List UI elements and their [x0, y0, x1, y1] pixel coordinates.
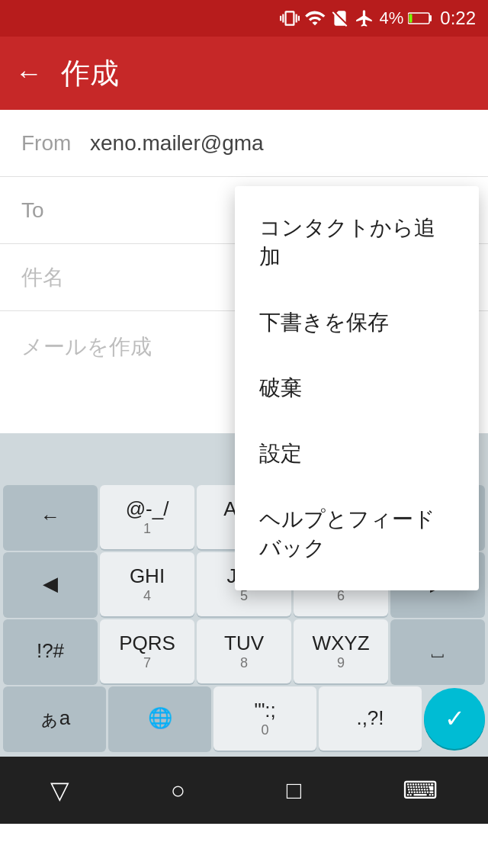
key-4[interactable]: GHI4 — [100, 552, 194, 616]
svg-rect-1 — [429, 15, 432, 21]
app-title: 作成 — [61, 54, 119, 93]
status-bar: 4% 0:22 — [0, 0, 488, 37]
keyboard-row-3: ぁa🌐'":;0.,?!✓ — [3, 686, 485, 751]
wifi-icon — [304, 8, 326, 29]
mode-key[interactable]: ぁa — [3, 686, 106, 751]
back-button[interactable]: ← — [15, 57, 43, 89]
from-row: From xeno.mailer@gma — [0, 110, 488, 177]
compose-area: From xeno.mailer@gma To 件名 メールを作成 コンタクトか… — [0, 110, 488, 433]
symbol-key[interactable]: !?# — [3, 619, 98, 683]
globe-key[interactable]: 🌐 — [108, 686, 211, 751]
nav-back-button[interactable]: ▽ — [50, 776, 69, 805]
airplane-icon — [355, 8, 374, 29]
dropdown-menu: コンタクトから追加下書きを保存破棄設定ヘルプとフィードバック — [235, 186, 479, 590]
nav-home-button[interactable]: ○ — [171, 776, 185, 805]
menu-item-add-contact[interactable]: コンタクトから追加 — [235, 195, 479, 290]
key-9[interactable]: WXYZ9 — [294, 619, 388, 683]
confirm-key[interactable]: ✓ — [424, 688, 485, 749]
key-1[interactable]: @-_/1 — [100, 485, 194, 549]
time-display: 0:22 — [440, 8, 476, 29]
nav-recent-button[interactable]: □ — [287, 776, 301, 805]
from-label: From — [21, 131, 90, 156]
nav-bar: ▽ ○ □ ⌨ — [0, 757, 488, 824]
app-bar: ← 作成 — [0, 37, 488, 110]
svg-rect-2 — [409, 14, 413, 23]
menu-item-settings[interactable]: 設定 — [235, 421, 479, 487]
status-icons: 4% 0:22 — [280, 8, 476, 29]
subject-placeholder: 件名 — [21, 263, 64, 292]
no-sim-icon — [330, 8, 350, 29]
key-7[interactable]: PQRS7 — [100, 619, 194, 683]
vibrate-icon — [280, 8, 300, 29]
key-0[interactable]: '":;0 — [214, 686, 316, 751]
key-punct[interactable]: .,?! — [319, 686, 422, 751]
body-placeholder: メールを作成 — [21, 335, 152, 358]
key-8[interactable]: TUV8 — [197, 619, 291, 683]
left-key[interactable]: ◀ — [3, 552, 98, 616]
battery-icon — [408, 11, 432, 26]
menu-item-help-feedback[interactable]: ヘルプとフィードバック — [235, 487, 479, 581]
to-label: To — [21, 198, 90, 223]
nav-keyboard-button[interactable]: ⌨ — [403, 776, 438, 805]
menu-item-save-draft[interactable]: 下書きを保存 — [235, 290, 479, 355]
space-key[interactable]: ⎵ — [390, 619, 485, 683]
keyboard-row-2: !?#PQRS7TUV8WXYZ9⎵ — [3, 619, 485, 683]
from-value[interactable]: xeno.mailer@gma — [90, 131, 467, 156]
menu-item-discard[interactable]: 破棄 — [235, 355, 479, 421]
battery-text: 4% — [379, 8, 403, 28]
enter-key[interactable]: ← — [3, 485, 98, 549]
